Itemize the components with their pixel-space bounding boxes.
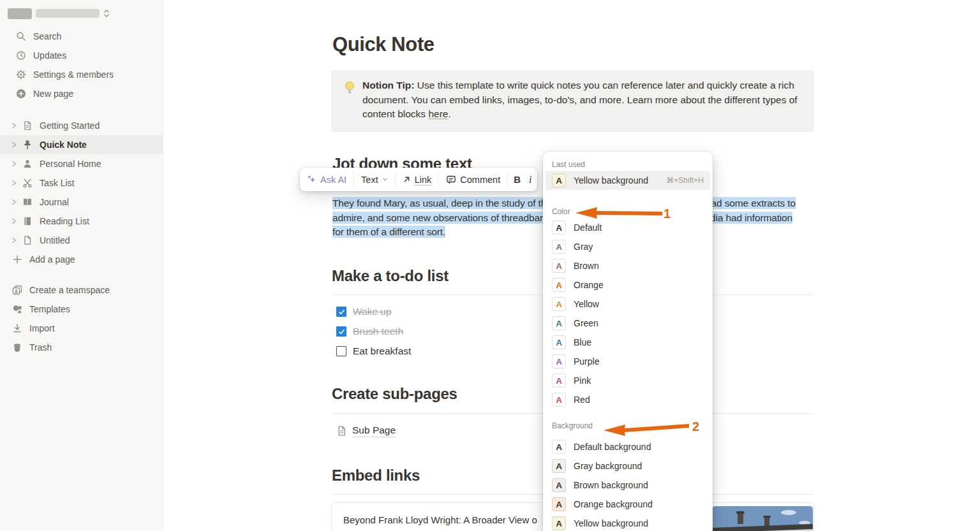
trash-icon — [11, 342, 23, 353]
ai-sparkle-icon — [307, 175, 316, 184]
todo-item-wake-up: Wake up — [336, 306, 392, 317]
color-swatch: A — [552, 354, 566, 368]
sidebar-item-search[interactable]: Search — [0, 27, 163, 46]
chevron-right-icon[interactable] — [9, 140, 19, 150]
sidebar-item-label: New page — [33, 89, 73, 99]
notion-tip-callout: Notion Tip: Use this template to write q… — [331, 70, 814, 132]
menu-item-bg-default[interactable]: ADefault background — [546, 437, 710, 456]
menu-item-bg-gray[interactable]: AGray background — [546, 456, 710, 476]
checkbox-checked[interactable] — [336, 307, 346, 317]
sidebar-item-label: Quick Note — [40, 140, 87, 150]
checkbox-unchecked[interactable] — [336, 346, 346, 356]
sidebar-page-journal[interactable]: Journal — [0, 193, 163, 212]
menu-item-bg-yellow[interactable]: AYellow background — [546, 514, 710, 531]
text-style-dropdown[interactable]: Text — [354, 168, 395, 191]
menu-item-color-gray[interactable]: AGray — [546, 237, 710, 256]
sidebar-item-label: Import — [29, 323, 55, 333]
background-swatch: A — [552, 440, 566, 454]
sidebar-item-label: Journal — [40, 197, 69, 207]
color-swatch: A — [552, 173, 566, 187]
sidebar-page-quick-note[interactable]: Quick Note — [0, 135, 163, 154]
book-icon — [22, 215, 33, 227]
sidebar-item-label: Search — [33, 31, 61, 41]
document-icon — [336, 425, 347, 437]
ask-ai-button[interactable]: Ask AI — [300, 168, 353, 191]
chevron-right-icon[interactable] — [9, 120, 19, 131]
sub-page-link[interactable]: Sub Page — [336, 425, 396, 437]
menu-item-color-orange[interactable]: AOrange — [546, 275, 710, 295]
chevron-down-icon — [382, 177, 388, 182]
sidebar-import[interactable]: Import — [0, 319, 163, 338]
here-link[interactable]: here — [428, 108, 448, 119]
chevron-right-icon[interactable] — [9, 159, 19, 169]
sidebar-page-getting-started[interactable]: Getting Started — [0, 116, 163, 135]
bookmark-thumbnail-image — [712, 506, 813, 531]
menu-item-bg-orange[interactable]: AOrange background — [546, 495, 710, 514]
menu-item-color-brown[interactable]: ABrown — [546, 256, 710, 275]
pushpin-icon — [22, 139, 33, 150]
color-swatch: A — [552, 316, 566, 330]
chevron-right-icon[interactable] — [9, 216, 19, 226]
menu-item-color-default[interactable]: ADefault — [546, 218, 710, 237]
chevron-right-icon[interactable] — [9, 235, 19, 245]
sidebar-add-a-page[interactable]: Add a page — [0, 250, 163, 269]
annotation-number-1: 1 — [664, 207, 671, 221]
person-icon — [22, 158, 33, 170]
search-icon — [15, 31, 27, 42]
menu-item-color-red[interactable]: ARed — [546, 390, 710, 409]
bold-button[interactable]: B — [508, 168, 526, 191]
sidebar-item-label: Create a teamspace — [29, 285, 110, 295]
menu-item-color-blue[interactable]: ABlue — [546, 333, 710, 352]
sidebar-item-label: Trash — [29, 342, 52, 353]
menu-item-color-pink[interactable]: APink — [546, 371, 710, 390]
bookmark-title: Beyond Frank Lloyd Wright: A Broader Vie… — [343, 514, 537, 525]
sidebar-page-personal-home[interactable]: Personal Home — [0, 154, 163, 173]
workspace-name-redacted — [8, 8, 32, 19]
open-book-icon — [22, 196, 33, 208]
color-swatch: A — [552, 259, 566, 273]
notion-app: Search Updates Settings & members New pa… — [0, 0, 980, 531]
color-swatch: A — [552, 278, 566, 292]
document-icon — [22, 120, 33, 131]
format-toolbar: Ask AI Text Link Comment B i — [300, 168, 537, 191]
templates-shapes-icon — [11, 303, 23, 315]
sidebar-page-untitled[interactable]: Untitled — [0, 231, 163, 250]
updown-chevron-icon — [103, 8, 110, 18]
color-swatch: A — [552, 335, 566, 349]
keyboard-shortcut: ⌘+Shift+H — [666, 176, 704, 185]
annotation-number-2: 2 — [692, 419, 699, 434]
callout-text: Notion Tip: Use this template to write q… — [362, 78, 803, 122]
heading-embed-links: Embed links — [332, 467, 420, 484]
sidebar-item-updates[interactable]: Updates — [0, 46, 163, 65]
chevron-right-icon[interactable] — [9, 197, 19, 207]
italic-button[interactable]: i — [526, 168, 537, 191]
sidebar-item-new-page[interactable]: New page — [0, 84, 163, 103]
menu-item-color-green[interactable]: AGreen — [546, 314, 710, 333]
sidebar-create-teamspace[interactable]: Create a teamspace — [0, 280, 163, 300]
color-swatch: A — [552, 240, 566, 254]
menu-item-bg-brown[interactable]: ABrown background — [546, 476, 710, 495]
sidebar-page-task-list[interactable]: Task List — [0, 173, 163, 193]
checkbox-checked[interactable] — [336, 326, 346, 337]
clock-icon — [15, 50, 27, 61]
menu-item-color-yellow[interactable]: AYellow — [546, 295, 710, 314]
menu-item-color-purple[interactable]: APurple — [546, 352, 710, 371]
plus-circle-icon — [15, 88, 27, 99]
sidebar-item-label: Add a page — [29, 254, 75, 265]
background-swatch: A — [552, 516, 566, 530]
workspace-switcher[interactable] — [8, 5, 158, 22]
color-swatch: A — [552, 374, 566, 388]
sidebar-page-reading-list[interactable]: Reading List — [0, 212, 163, 231]
link-button[interactable]: Link — [396, 168, 439, 191]
comment-button[interactable]: Comment — [439, 168, 507, 191]
menu-item-yellow-background-last-used[interactable]: A Yellow background ⌘+Shift+H — [546, 171, 710, 190]
workspace-name-redacted — [36, 9, 100, 18]
sidebar-trash[interactable]: Trash — [0, 338, 163, 357]
import-download-icon — [11, 323, 23, 334]
color-swatch: A — [552, 297, 566, 311]
sidebar-item-label: Updates — [33, 50, 66, 61]
sidebar-item-settings[interactable]: Settings & members — [0, 65, 163, 84]
chevron-right-icon[interactable] — [9, 178, 19, 188]
sidebar-templates[interactable]: Templates — [0, 300, 163, 319]
lightbulb-icon — [343, 80, 357, 96]
